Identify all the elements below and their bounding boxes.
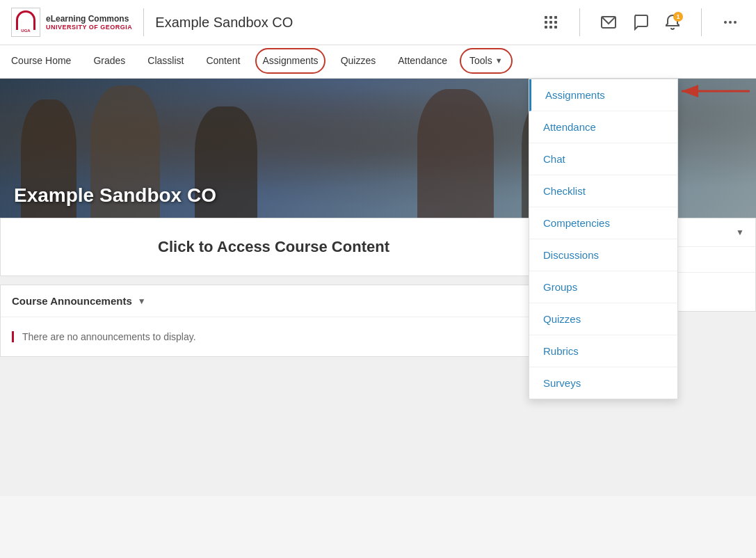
notification-badge: 1	[673, 12, 683, 22]
nav-quizzes[interactable]: Quizzes	[330, 45, 387, 79]
announcements-chevron-icon: ▼	[138, 296, 146, 306]
svg-rect-0	[545, 16, 547, 19]
svg-point-12	[734, 21, 737, 24]
announcements-empty-text: There are no announcements to display.	[12, 331, 536, 342]
sub-name: UNIVERSITY OF GEORGIA	[46, 24, 132, 31]
dropdown-item-assignments[interactable]: Assignments	[529, 79, 677, 111]
logo-area: UGA eLearning Commons UNIVERSITY OF GEOR…	[11, 8, 132, 37]
logo-org-text: eLearning Commons UNIVERSITY OF GEORGIA	[46, 14, 132, 31]
mail-icon	[600, 14, 617, 31]
svg-rect-3	[545, 21, 547, 24]
dropdown-item-attendance[interactable]: Attendance	[529, 111, 677, 143]
svg-point-11	[729, 21, 732, 24]
announcements-header[interactable]: Course Announcements ▼	[1, 285, 547, 317]
access-banner[interactable]: Click to Access Course Content	[0, 218, 547, 276]
logo-text-small: UGA	[21, 29, 30, 33]
more-icon	[722, 14, 739, 31]
dropdown-item-discussions[interactable]: Discussions	[529, 239, 677, 271]
hero-title: Example Sandbox CO	[14, 184, 216, 207]
dropdown-item-competencies[interactable]: Competencies	[529, 207, 677, 239]
nav-course-home[interactable]: Course Home	[0, 45, 82, 79]
svg-rect-1	[549, 16, 552, 19]
logo-box: UGA	[11, 8, 40, 37]
nav-classlist[interactable]: Classlist	[136, 45, 195, 79]
mail-icon-button[interactable]	[594, 8, 623, 37]
main-content: Click to Access Course Content Course An…	[0, 218, 547, 496]
dropdown-item-surveys[interactable]: Surveys	[529, 367, 677, 399]
header-divider	[143, 8, 144, 36]
announcements-body: There are no announcements to display.	[1, 317, 547, 356]
nav-grades[interactable]: Grades	[82, 45, 136, 79]
logo-arch	[16, 10, 35, 30]
nav-attendance[interactable]: Attendance	[387, 45, 458, 79]
nav-assignments[interactable]: Assignments	[251, 45, 329, 79]
svg-rect-5	[554, 21, 557, 24]
icon-divider2	[701, 8, 702, 36]
nav-bar: Course Home Grades Classlist Content Ass…	[0, 45, 756, 79]
brand-name: eLearning Commons	[46, 14, 132, 24]
tools-chevron-icon: ▼	[495, 56, 503, 65]
icon-divider	[579, 8, 580, 36]
grid-icon-button[interactable]	[536, 8, 565, 37]
course-announcements-widget: Course Announcements ▼ There are no anno…	[0, 285, 547, 357]
site-title: Example Sandbox CO	[155, 15, 536, 31]
nav-content[interactable]: Content	[195, 45, 251, 79]
svg-rect-4	[549, 21, 552, 24]
nav-tools[interactable]: Tools ▼	[458, 45, 514, 79]
header-icons: 1	[536, 8, 745, 37]
chat-icon-button[interactable]	[626, 8, 655, 37]
more-icon-button[interactable]	[716, 8, 745, 37]
dropdown-item-chat[interactable]: Chat	[529, 143, 677, 175]
person-silhouette-4	[417, 89, 494, 218]
svg-rect-7	[549, 26, 552, 29]
svg-rect-8	[554, 26, 557, 29]
chat-icon	[632, 14, 649, 31]
dropdown-item-groups[interactable]: Groups	[529, 271, 677, 303]
dropdown-item-quizzes[interactable]: Quizzes	[529, 303, 677, 335]
dropdown-item-checklist[interactable]: Checklist	[529, 175, 677, 207]
svg-rect-6	[545, 26, 547, 29]
tools-dropdown-menu: Assignments Attendance Chat Checklist Co…	[529, 79, 678, 399]
announcements-title: Course Announcements	[12, 295, 132, 307]
bell-icon-button[interactable]: 1	[658, 8, 687, 37]
calendar-chevron-icon: ▼	[736, 228, 744, 237]
grid-icon	[542, 14, 559, 31]
access-banner-title: Click to Access Course Content	[15, 238, 533, 256]
dropdown-item-rubrics[interactable]: Rubrics	[529, 335, 677, 367]
svg-point-10	[724, 21, 727, 24]
svg-rect-2	[554, 16, 557, 19]
top-header: UGA eLearning Commons UNIVERSITY OF GEOR…	[0, 0, 756, 45]
